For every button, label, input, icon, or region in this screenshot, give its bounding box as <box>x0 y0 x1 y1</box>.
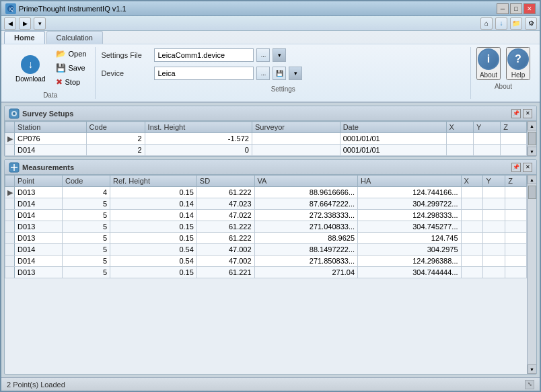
meas-cell-ha: 124.744166... <box>358 187 461 198</box>
download-label: Download <box>15 75 45 83</box>
qa-settings-icon-button[interactable]: ⚙ <box>525 17 537 30</box>
meas-col-code: Code <box>63 175 110 187</box>
meas-row[interactable]: D014 5 0.14 47.023 87.6647222... 304.299… <box>5 198 527 210</box>
meas-panel-controls: 📌 ✕ <box>511 163 532 172</box>
qa-forward-button[interactable]: ▶ <box>19 17 31 30</box>
survey-panel-controls: 📌 ✕ <box>511 109 532 118</box>
meas-col-ref-height: Ref. Height <box>110 175 197 187</box>
meas-cell-point: D013 <box>15 233 63 244</box>
meas-cell-code: 5 <box>63 233 110 244</box>
maximize-button[interactable]: □ <box>510 3 522 14</box>
survey-scroll-down[interactable]: ▼ <box>528 147 537 156</box>
settings-file-browse-button[interactable]: ... <box>256 48 270 62</box>
measurements-table: Point Code Ref. Height SD VA HA X Y Z <box>5 175 527 278</box>
close-button[interactable]: ✕ <box>524 3 536 14</box>
meas-row[interactable]: D013 5 0.15 61.222 88.9625 124.745 <box>5 233 527 244</box>
meas-row[interactable]: D013 5 0.15 61.222 271.040833... 304.745… <box>5 221 527 233</box>
meas-row[interactable]: D014 5 0.14 47.022 272.338333... 124.298… <box>5 210 527 221</box>
device-dropdown-button[interactable]: ▾ <box>289 67 302 80</box>
meas-cell-x <box>461 267 483 278</box>
device-input[interactable] <box>154 67 254 80</box>
qa-folder-icon-button[interactable]: 📁 <box>510 17 522 30</box>
qa-download-icon-button[interactable]: ↓ <box>495 17 507 30</box>
meas-cell-va: 88.9625 <box>254 233 357 244</box>
meas-row[interactable]: D013 5 0.15 61.221 271.04 304.744444... <box>5 267 527 278</box>
help-button[interactable]: ? Help <box>506 47 530 80</box>
download-button[interactable]: ↓ Download <box>11 51 50 85</box>
survey-row[interactable]: D014 2 0 0001/01/01 <box>5 145 527 156</box>
ribbon-group-data: ↓ Download 📂 Open 💾 Save <box>5 47 96 99</box>
save-button[interactable]: 💾 Save <box>52 61 89 75</box>
meas-cell-code: 5 <box>63 267 110 278</box>
title-bar-left: IQ PrimeThought InstrumentIQ v1.1 <box>5 3 127 14</box>
meas-row-indicator <box>5 233 15 244</box>
meas-pin-button[interactable]: 📌 <box>511 163 521 172</box>
open-button[interactable]: 📂 Open <box>52 47 89 61</box>
device-browse-button[interactable]: ... <box>256 67 270 80</box>
meas-row-indicator: ▶ <box>5 187 15 198</box>
meas-row[interactable]: D014 5 0.54 47.002 271.850833... 124.296… <box>5 256 527 267</box>
cell-y <box>473 133 500 145</box>
meas-cell-sd: 61.222 <box>196 221 254 233</box>
meas-cell-ref-height: 0.54 <box>110 256 197 267</box>
qa-back-button[interactable]: ◀ <box>4 17 16 30</box>
meas-scroll-up[interactable]: ▲ <box>528 175 537 184</box>
about-button[interactable]: i About <box>476 47 501 80</box>
cell-inst-height: 0 <box>145 145 252 156</box>
meas-col-sd: SD <box>196 175 254 187</box>
settings-group-content: Settings File ... ▾ Device ... <box>101 48 465 84</box>
survey-pin-button[interactable]: 📌 <box>511 109 521 118</box>
meas-cell-va: 88.1497222... <box>254 244 357 256</box>
survey-close-button[interactable]: ✕ <box>523 109 532 118</box>
cell-x <box>446 145 473 156</box>
survey-setups-title-text: Survey Setups <box>22 110 73 118</box>
meas-scroll-thumb[interactable] <box>528 186 536 199</box>
meas-row[interactable]: ▶ D013 4 0.15 61.222 88.9616666... 124.7… <box>5 187 527 198</box>
measurements-title: Measurements <box>9 162 74 173</box>
survey-close-icon: ✕ <box>526 110 530 116</box>
meas-scrollbar[interactable]: ▲ ▼ <box>527 175 536 374</box>
minimize-button[interactable]: ─ <box>497 3 509 14</box>
meas-cell-ref-height: 0.15 <box>110 221 197 233</box>
stop-button[interactable]: ✖ Stop <box>52 75 89 89</box>
ribbon-group-about: i About ? Help About <box>471 47 536 99</box>
meas-scroll-down[interactable]: ▼ <box>528 364 537 374</box>
meas-close-button[interactable]: ✕ <box>523 163 532 172</box>
open-label: Open <box>68 50 86 58</box>
status-bar-resize[interactable]: ⤡ <box>525 380 534 389</box>
col-z-s: Z <box>501 122 527 133</box>
meas-row-indicator <box>5 198 15 210</box>
data-group-label: Data <box>43 90 57 99</box>
meas-cell-code: 5 <box>63 256 110 267</box>
cell-date: 0001/01/01 <box>340 133 446 145</box>
cell-surveyor <box>252 133 340 145</box>
meas-row[interactable]: D014 5 0.54 47.002 88.1497222... 304.297… <box>5 244 527 256</box>
survey-table-scroll: Station Code Inst. Height Surveyor Date … <box>5 121 527 156</box>
settings-file-dropdown-button[interactable]: ▾ <box>273 48 286 62</box>
col-y-s: Y <box>473 122 500 133</box>
meas-cell-z <box>505 221 527 233</box>
settings-file-input[interactable] <box>154 48 254 62</box>
settings-group-label: Settings <box>101 84 465 93</box>
survey-scroll-thumb[interactable] <box>528 132 536 145</box>
meas-cell-va: 271.850833... <box>254 256 357 267</box>
meas-cell-z <box>505 210 527 221</box>
survey-row[interactable]: ▶ CP076 2 -1.572 0001/01/01 <box>5 133 527 145</box>
meas-row-indicator <box>5 256 15 267</box>
qa-home-icon-button[interactable]: ⌂ <box>480 17 493 30</box>
meas-cell-ref-height: 0.15 <box>110 267 197 278</box>
home-icon: ⌂ <box>484 19 489 27</box>
title-bar: IQ PrimeThought InstrumentIQ v1.1 ─ □ ✕ <box>1 1 540 16</box>
tab-calculation[interactable]: Calculation <box>46 31 103 44</box>
meas-cell-y <box>483 210 505 221</box>
meas-cell-x <box>461 187 483 198</box>
survey-scroll-up[interactable]: ▲ <box>528 121 537 130</box>
meas-cell-z <box>505 256 527 267</box>
device-save-button[interactable]: 💾 <box>273 67 286 80</box>
col-code-s: Code <box>86 122 145 133</box>
survey-scrollbar[interactable]: ▲ ▼ <box>527 121 536 156</box>
meas-cell-y <box>483 244 505 256</box>
tab-home[interactable]: Home <box>4 31 45 44</box>
quick-access-toolbar: ◀ ▶ ▾ ⌂ ↓ 📁 ⚙ <box>1 16 540 31</box>
qa-dropdown-button[interactable]: ▾ <box>34 17 46 30</box>
